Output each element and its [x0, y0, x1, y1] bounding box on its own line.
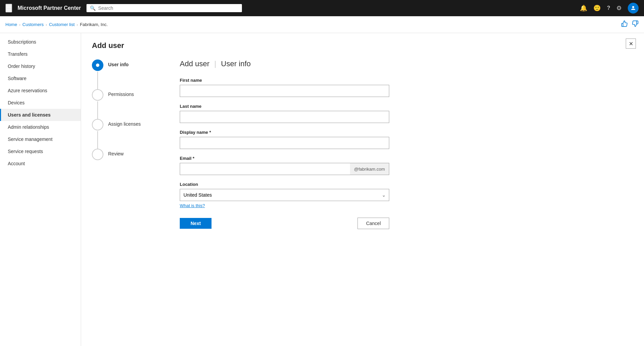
breadcrumb-sep-1: ›	[19, 23, 21, 27]
svg-point-0	[632, 6, 634, 8]
main-content: Add user ✕ User info	[81, 33, 644, 346]
last-name-field: Last name	[180, 104, 633, 123]
first-name-field: First name	[180, 78, 633, 97]
location-field: Location United States Canada United Kin…	[180, 182, 633, 208]
sidebar-item-admin-relationships[interactable]: Admin relationships	[0, 121, 81, 133]
sidebar-item-transfers[interactable]: Transfers	[0, 48, 81, 60]
breadcrumb-home[interactable]: Home	[5, 22, 17, 27]
search-icon: 🔍	[90, 5, 96, 11]
location-select-wrapper: United States Canada United Kingdom Aust…	[180, 189, 389, 201]
topnav-icon-group: 🔔 🙂 ? ⚙	[580, 3, 639, 14]
breadcrumb: Home › Customers › Customer list › Fabri…	[0, 16, 644, 33]
step-label-review: Review	[108, 149, 124, 156]
sidebar-item-azure-reservations[interactable]: Azure reservations	[0, 84, 81, 97]
last-name-input[interactable]	[180, 111, 389, 123]
email-input[interactable]	[180, 163, 350, 175]
close-button[interactable]: ✕	[626, 39, 636, 49]
sidebar-item-devices[interactable]: Devices	[0, 97, 81, 109]
step-circle-permissions	[92, 89, 103, 101]
help-icon[interactable]: ?	[607, 5, 610, 11]
step-circle-user-info	[92, 59, 103, 71]
cancel-button[interactable]: Cancel	[357, 218, 389, 229]
email-label: Email *	[180, 156, 633, 161]
feedback-icon[interactable]: 🙂	[593, 4, 601, 12]
sidebar-item-service-requests[interactable]: Service requests	[0, 145, 81, 157]
breadcrumb-customer-list[interactable]: Customer list	[49, 22, 75, 27]
step-label-user-info: User info	[108, 59, 129, 67]
thumbs-up-button[interactable]	[621, 20, 628, 29]
notification-icon[interactable]: 🔔	[580, 4, 587, 12]
settings-icon[interactable]: ⚙	[616, 4, 622, 12]
sidebar: Subscriptions Transfers Order history So…	[0, 33, 81, 346]
search-input[interactable]	[98, 5, 239, 11]
wizard-step-review: Review	[92, 149, 159, 160]
display-name-label: Display name *	[180, 130, 633, 135]
sidebar-item-order-history[interactable]: Order history	[0, 60, 81, 72]
svg-point-1	[96, 64, 99, 67]
step-label-permissions: Permissions	[108, 89, 134, 97]
page-title: Add user	[92, 41, 633, 50]
next-button[interactable]: Next	[180, 218, 212, 229]
location-label: Location	[180, 182, 633, 187]
breadcrumb-actions	[621, 20, 639, 29]
wizard-steps: User info Permissions Assign l	[92, 59, 159, 229]
form-heading-main: Add user	[180, 59, 209, 68]
first-name-input[interactable]	[180, 85, 389, 97]
hamburger-menu-icon[interactable]: ☰	[5, 4, 12, 13]
wizard-step-user-info: User info	[92, 59, 159, 89]
sidebar-item-account[interactable]: Account	[0, 157, 81, 170]
display-name-input[interactable]	[180, 137, 389, 149]
form-heading: Add user | User info	[180, 59, 633, 68]
wizard-form: Add user | User info First name Last nam…	[180, 59, 633, 229]
search-box[interactable]: 🔍	[86, 4, 242, 12]
email-input-wrapper: @fabrikam.com	[180, 163, 389, 175]
breadcrumb-sep-2: ›	[46, 23, 47, 27]
close-icon: ✕	[629, 41, 633, 47]
form-heading-separator: |	[214, 59, 218, 68]
main-layout: Subscriptions Transfers Order history So…	[0, 33, 644, 346]
sidebar-item-subscriptions[interactable]: Subscriptions	[0, 36, 81, 48]
what-is-this-link[interactable]: What is this?	[180, 203, 205, 208]
step-circle-assign-licenses	[92, 119, 103, 130]
top-navigation: ☰ Microsoft Partner Center 🔍 🔔 🙂 ? ⚙	[0, 0, 644, 16]
wizard-step-permissions: Permissions	[92, 89, 159, 119]
step-label-assign-licenses: Assign licenses	[108, 119, 141, 127]
first-name-label: First name	[180, 78, 633, 83]
breadcrumb-customers[interactable]: Customers	[22, 22, 44, 27]
form-actions: Next Cancel	[180, 218, 389, 229]
display-name-field: Display name *	[180, 130, 633, 149]
step-circle-review	[92, 149, 103, 160]
app-title: Microsoft Partner Center	[18, 5, 81, 11]
location-select[interactable]: United States Canada United Kingdom Aust…	[180, 189, 389, 201]
thumbs-down-button[interactable]	[632, 20, 639, 29]
avatar[interactable]	[628, 3, 639, 14]
wizard-container: User info Permissions Assign l	[92, 59, 633, 229]
sidebar-item-software[interactable]: Software	[0, 72, 81, 84]
last-name-label: Last name	[180, 104, 633, 109]
wizard-step-assign-licenses: Assign licenses	[92, 119, 159, 149]
sidebar-item-service-management[interactable]: Service management	[0, 133, 81, 145]
sidebar-item-users-and-licenses[interactable]: Users and licenses	[0, 109, 81, 121]
breadcrumb-sep-3: ›	[77, 23, 78, 27]
form-heading-sub: User info	[221, 59, 251, 68]
email-field: Email * @fabrikam.com	[180, 156, 633, 175]
breadcrumb-current-page: Fabrikam, Inc.	[80, 22, 107, 27]
email-domain-suffix: @fabrikam.com	[350, 163, 389, 175]
